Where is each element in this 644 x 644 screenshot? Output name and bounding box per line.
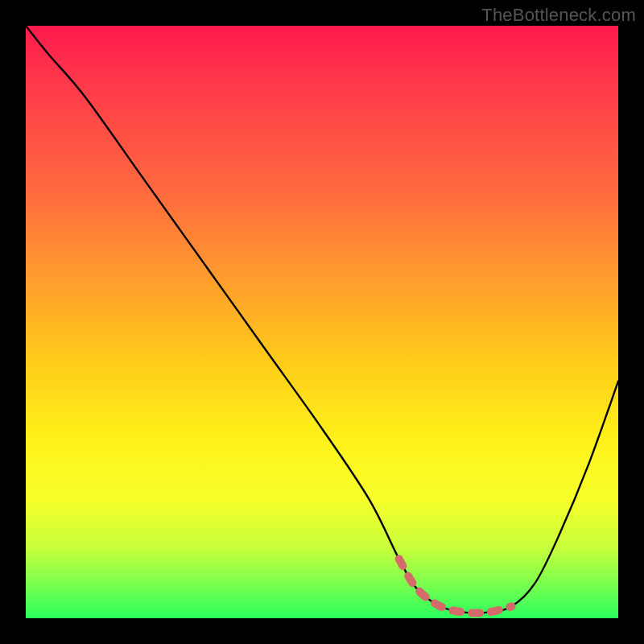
chart-frame: TheBottleneck.com	[0, 0, 644, 644]
plot-area	[26, 26, 618, 618]
curve-svg	[26, 26, 618, 618]
bottleneck-curve	[26, 26, 618, 613]
watermark-text: TheBottleneck.com	[481, 5, 636, 26]
